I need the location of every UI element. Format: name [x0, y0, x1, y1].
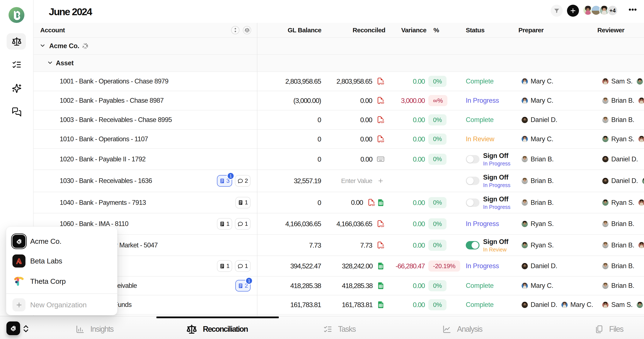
svg-text:PDF: PDF: [380, 121, 384, 124]
svg-text:PDF: PDF: [380, 82, 384, 85]
svg-text:PDF: PDF: [380, 225, 384, 228]
svg-text:PDF: PDF: [370, 204, 375, 206]
svg-text:PDF: PDF: [380, 140, 384, 143]
svg-text:PDF: PDF: [380, 102, 384, 104]
svg-text:PDF: PDF: [380, 246, 384, 249]
